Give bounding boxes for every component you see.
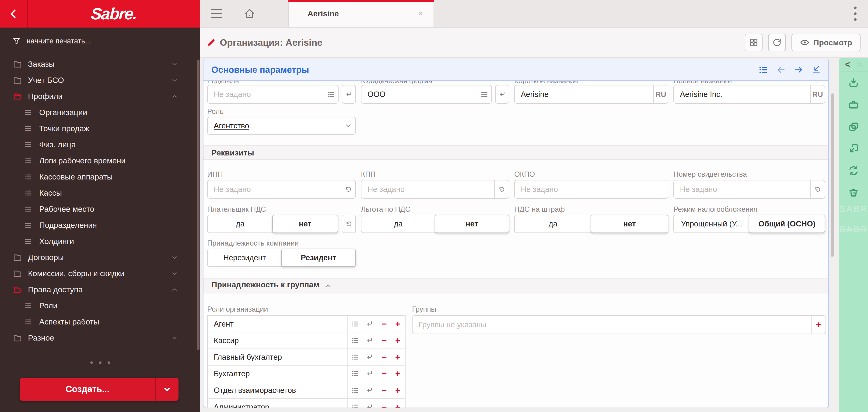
role-value[interactable]: Агентство: [208, 121, 249, 130]
add-button[interactable]: +: [391, 382, 405, 398]
lang-badge[interactable]: RU: [653, 85, 668, 103]
remove-button[interactable]: −: [377, 399, 391, 408]
sync-icon[interactable]: [848, 165, 859, 176]
sidebar-item-worktime-logs[interactable]: Логи рабочего времени: [0, 153, 200, 169]
legal-form-input[interactable]: [362, 85, 477, 103]
legal-form-field[interactable]: [361, 85, 492, 104]
vat-payer-reset-button[interactable]: [342, 215, 356, 233]
add-button[interactable]: +: [391, 316, 405, 332]
create-dropdown-button[interactable]: [155, 378, 179, 401]
arrow-left-icon[interactable]: [776, 65, 786, 75]
create-split-button[interactable]: Создать...: [20, 378, 179, 401]
sidebar-item-holdings[interactable]: Холдинги: [0, 233, 200, 249]
sidebar-item-access-rights[interactable]: Права доступа: [0, 282, 200, 298]
menu-suffix[interactable]: [477, 85, 491, 103]
arrow-right-icon[interactable]: [794, 65, 804, 75]
groups-field[interactable]: +: [412, 315, 826, 334]
okpo-field[interactable]: [514, 180, 668, 199]
content-scrollbar[interactable]: [831, 93, 834, 257]
kpp-input[interactable]: [362, 180, 494, 198]
menu-cell[interactable]: [347, 316, 362, 332]
add-button[interactable]: +: [391, 349, 405, 365]
return-cell[interactable]: [362, 365, 377, 382]
sidebar-item-misc[interactable]: Разное: [0, 330, 200, 346]
sidebar-item-work-aspects[interactable]: Аспекты работы: [0, 314, 200, 330]
return-cell[interactable]: [362, 399, 377, 408]
add-button[interactable]: +: [391, 365, 405, 382]
toggle-option-simplified[interactable]: Упрощенный (У...: [674, 215, 749, 233]
sidebar-scrollbar[interactable]: [197, 60, 199, 350]
sidebar-filter[interactable]: начните печатать...: [0, 28, 200, 55]
home-button[interactable]: [233, 0, 266, 27]
lang-badge[interactable]: RU: [810, 85, 825, 103]
sidebar-item-bso-accounting[interactable]: Учет БСО: [0, 72, 200, 88]
sidebar-item-commissions[interactable]: Комиссии, сборы и скидки: [0, 265, 200, 282]
add-group-suffix[interactable]: +: [811, 316, 826, 333]
sidebar-item-divisions[interactable]: Подразделения: [0, 217, 200, 233]
sidebar-item-orders[interactable]: Заказы: [0, 56, 200, 72]
return-cell[interactable]: [362, 332, 377, 349]
menu-cell[interactable]: [347, 399, 362, 408]
legal-form-return-button[interactable]: [495, 85, 509, 104]
sidebar-item-cash-desks[interactable]: Кассы: [0, 185, 200, 201]
kebab-menu-button[interactable]: [842, 0, 868, 27]
add-button[interactable]: +: [391, 332, 405, 349]
undo-suffix[interactable]: [494, 180, 509, 198]
remove-button[interactable]: −: [377, 382, 391, 398]
remove-button[interactable]: −: [377, 316, 391, 332]
import-icon[interactable]: [811, 65, 822, 75]
save-icon[interactable]: [848, 78, 859, 88]
menu-cell[interactable]: [347, 349, 362, 365]
sidebar-item-contracts[interactable]: Договоры: [0, 249, 200, 265]
return-cell[interactable]: [362, 316, 377, 332]
menu-cell[interactable]: [347, 332, 362, 349]
undo-suffix[interactable]: [810, 180, 825, 198]
cert-input[interactable]: [674, 180, 810, 198]
sidebar-item-organizations[interactable]: Организации: [0, 104, 200, 120]
toggle-option-no[interactable]: нет: [272, 215, 338, 233]
toggle-option-nonresident[interactable]: Нерезидент: [208, 249, 282, 266]
trash-icon[interactable]: [848, 187, 859, 198]
view-button[interactable]: Просмотр: [792, 34, 861, 51]
toggle-option-no[interactable]: нет: [435, 215, 509, 233]
parent-input[interactable]: [208, 85, 323, 103]
undo-suffix[interactable]: [341, 180, 355, 198]
refresh-button[interactable]: [768, 34, 786, 51]
groups-section-header[interactable]: Принадлежность к группам: [204, 278, 828, 293]
full-name-input[interactable]: [674, 85, 810, 103]
toggle-option-yes[interactable]: да: [208, 215, 273, 233]
list-view-icon[interactable]: [758, 65, 768, 75]
sidebar-item-roles[interactable]: Роли: [0, 298, 200, 314]
sidebar-item-cash-machines[interactable]: Кассовые аппараты: [0, 169, 200, 185]
full-name-field[interactable]: RU: [673, 85, 825, 104]
menu-cell[interactable]: [347, 365, 362, 382]
collapse-sidebar-button[interactable]: [0, 0, 28, 28]
close-icon[interactable]: ×: [418, 9, 423, 18]
toggle-option-yes[interactable]: да: [515, 215, 591, 233]
inn-input[interactable]: [208, 180, 341, 198]
role-select[interactable]: Агентство: [207, 117, 356, 135]
menu-button[interactable]: [200, 0, 233, 27]
sidebar-item-points-of-sale[interactable]: Точки продаж: [0, 120, 200, 137]
return-cell[interactable]: [362, 349, 377, 365]
sidebar-item-individuals[interactable]: Физ. лица: [0, 137, 200, 153]
menu-suffix[interactable]: [323, 85, 338, 103]
tab-aerisine[interactable]: Aerisine ×: [288, 0, 434, 27]
return-cell[interactable]: [362, 382, 377, 398]
create-button[interactable]: Создать...: [20, 378, 155, 401]
okpo-input[interactable]: [515, 180, 668, 198]
toggle-option-resident[interactable]: Резидент: [281, 248, 356, 267]
dropdown-suffix[interactable]: [341, 117, 355, 134]
parent-field[interactable]: [207, 85, 339, 104]
menu-cell[interactable]: [347, 382, 362, 398]
short-name-input[interactable]: [515, 85, 653, 103]
remove-button[interactable]: −: [377, 349, 391, 365]
sidebar-item-profiles[interactable]: Профили: [0, 88, 200, 104]
collapse-left-icon[interactable]: <: [845, 60, 850, 69]
kpp-field[interactable]: [361, 180, 509, 199]
remove-button[interactable]: −: [377, 332, 391, 349]
toggle-option-no[interactable]: нет: [591, 215, 668, 233]
inn-field[interactable]: [207, 180, 356, 199]
parent-return-button[interactable]: [342, 85, 356, 104]
cert-field[interactable]: [673, 180, 825, 199]
